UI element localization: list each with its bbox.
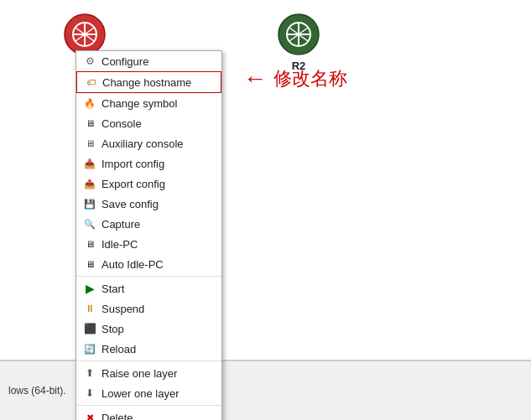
context-menu: ⚙ Configure 🏷 Change hostname 🔥 Change s… bbox=[75, 50, 222, 420]
start-icon: ▶ bbox=[83, 282, 96, 295]
menu-item-lower-one-layer[interactable]: ⬇ Lower one layer bbox=[76, 383, 221, 403]
menu-item-auxiliary-console[interactable]: 🖥 Auxiliary console bbox=[76, 133, 221, 153]
menu-item-suspend[interactable]: ⏸ Suspend bbox=[76, 298, 221, 319]
menu-item-change-symbol[interactable]: 🔥 Change symbol bbox=[76, 93, 221, 113]
export-config-icon: 📤 bbox=[83, 177, 96, 190]
menu-item-save-config[interactable]: 💾 Save config bbox=[76, 194, 221, 214]
auto-idle-pc-label: Auto Idle-PC bbox=[102, 258, 164, 271]
menu-item-configure[interactable]: ⚙ Configure bbox=[76, 51, 221, 71]
start-label: Start bbox=[102, 283, 124, 295]
menu-item-start[interactable]: ▶ Start bbox=[76, 278, 221, 298]
menu-separator-1 bbox=[76, 276, 221, 277]
capture-label: Capture bbox=[102, 218, 140, 231]
menu-item-import-config[interactable]: 📥 Import config bbox=[76, 153, 221, 174]
annotation-arrow-icon: ← bbox=[243, 65, 267, 92]
suspend-icon: ⏸ bbox=[83, 302, 96, 315]
menu-item-export-config[interactable]: 📤 Export config bbox=[76, 174, 221, 194]
menu-item-change-hostname[interactable]: 🏷 Change hostname bbox=[76, 71, 221, 93]
reload-icon: 🔄 bbox=[83, 342, 96, 355]
idle-pc-label: Idle-PC bbox=[102, 238, 138, 251]
change-hostname-icon: 🏷 bbox=[84, 75, 97, 89]
console-icon: 🖥 bbox=[83, 117, 96, 130]
delete-icon: ✖ bbox=[83, 411, 96, 420]
lower-one-layer-label: Lower one layer bbox=[102, 387, 180, 400]
stop-icon: ⬛ bbox=[83, 322, 96, 335]
menu-separator-2 bbox=[76, 360, 221, 361]
idle-pc-icon: 🖥 bbox=[83, 237, 96, 251]
menu-separator-3 bbox=[76, 405, 221, 406]
menu-item-console[interactable]: 🖥 Console bbox=[76, 113, 221, 133]
canvas-area: R1 R2 ⚙ Configure 🏷 Change bbox=[0, 0, 531, 420]
configure-icon: ⚙ bbox=[83, 54, 96, 68]
auto-idle-pc-icon: 🖥 bbox=[83, 257, 96, 271]
annotation-text: 修改名称 bbox=[273, 66, 347, 91]
router-r2-icon bbox=[277, 13, 320, 56]
save-config-icon: 💾 bbox=[83, 197, 96, 210]
menu-item-capture[interactable]: 🔍 Capture bbox=[76, 214, 221, 234]
raise-one-layer-label: Raise one layer bbox=[102, 367, 177, 380]
import-config-label: Import config bbox=[102, 158, 164, 170]
menu-item-raise-one-layer[interactable]: ⬆ Raise one layer bbox=[76, 363, 221, 383]
annotation: ← 修改名称 bbox=[243, 65, 347, 92]
bottom-bar-text: lows (64-bit). bbox=[8, 385, 66, 397]
import-config-icon: 📥 bbox=[83, 157, 96, 170]
stop-label: Stop bbox=[102, 323, 124, 335]
change-hostname-label: Change hostname bbox=[102, 76, 191, 89]
save-config-label: Save config bbox=[102, 198, 159, 210]
change-symbol-icon: 🔥 bbox=[83, 96, 96, 110]
capture-icon: 🔍 bbox=[83, 217, 96, 231]
menu-item-reload[interactable]: 🔄 Reload bbox=[76, 339, 221, 359]
reload-label: Reload bbox=[102, 343, 136, 355]
console-label: Console bbox=[102, 117, 142, 130]
menu-item-auto-idle-pc[interactable]: 🖥 Auto Idle-PC bbox=[76, 254, 221, 274]
menu-item-delete[interactable]: ✖ Delete bbox=[76, 407, 221, 420]
menu-item-stop[interactable]: ⬛ Stop bbox=[76, 319, 221, 339]
auxiliary-console-icon: 🖥 bbox=[83, 137, 96, 150]
delete-label: Delete bbox=[102, 412, 133, 421]
lower-one-layer-icon: ⬇ bbox=[83, 386, 96, 400]
raise-one-layer-icon: ⬆ bbox=[83, 366, 96, 380]
router-r2[interactable]: R2 bbox=[277, 13, 320, 72]
configure-label: Configure bbox=[102, 55, 148, 68]
menu-item-idle-pc[interactable]: 🖥 Idle-PC bbox=[76, 234, 221, 254]
change-symbol-label: Change symbol bbox=[102, 97, 177, 110]
export-config-label: Export config bbox=[102, 178, 165, 190]
auxiliary-console-label: Auxiliary console bbox=[102, 137, 184, 150]
canvas-inner: R1 R2 ⚙ Configure 🏷 Change bbox=[0, 0, 531, 360]
suspend-label: Suspend bbox=[102, 303, 144, 315]
